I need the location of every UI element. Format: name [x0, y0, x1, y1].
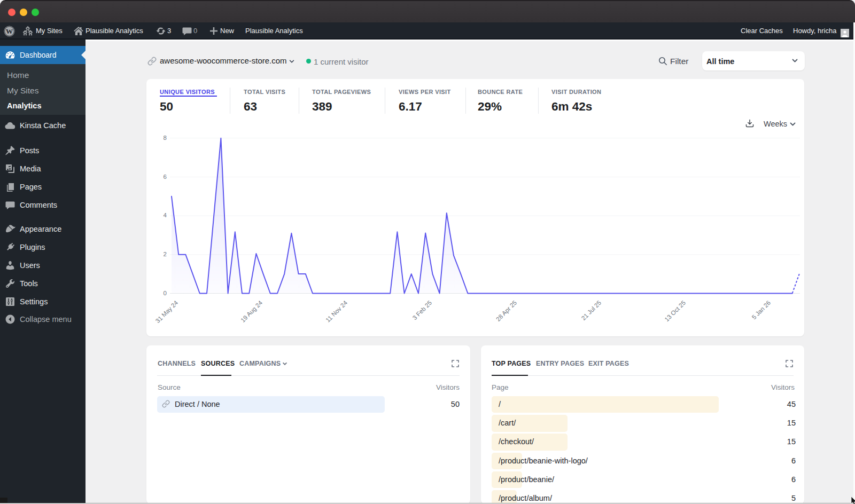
svg-text:W: W: [6, 27, 13, 35]
